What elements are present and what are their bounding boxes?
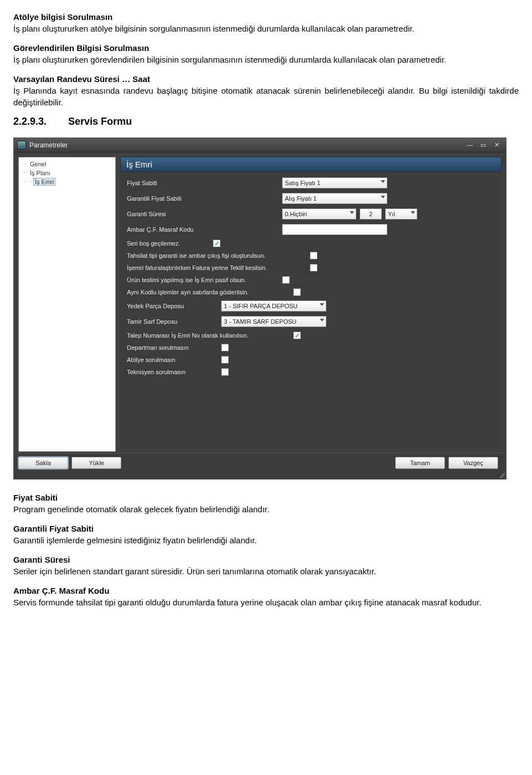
parametreler-window: Parametreler — ▭ ✕ ⋯Genel ⋯İş Planı ⋮⋯İş… [13, 137, 507, 480]
label-teknisyen: Teknisyen sorulmasın [127, 369, 221, 375]
title-masraf-kodu: Ambar Ç.F. Masraf Kodu [13, 586, 109, 595]
input-masraf-kodu[interactable] [282, 224, 387, 235]
chevron-down-icon [350, 211, 354, 214]
label-fiyat-sabiti: Fiyat Sabiti [127, 180, 282, 186]
window-title: Parametreler [29, 141, 68, 149]
section-garanti-suresi: Garanti Süresi Seriler için belirlenen s… [13, 554, 519, 577]
combo-garanti-num[interactable]: 2 [360, 208, 382, 220]
title-atolye: Atölye bilgisi Sorulmasın [13, 12, 112, 22]
label-masraf: Ambar Ç.F. Masraf Kodu [127, 226, 282, 233]
label-seri: Seri boş geçilemez. [127, 240, 213, 247]
checkbox-teslim[interactable] [282, 276, 290, 284]
label-departman: Departman sorulmasın [127, 344, 221, 351]
window-footer: Sakla Yükle Tamam Vazgeç [14, 453, 506, 473]
label-ayni: Aynı Kodlu işlemler ayrı satırlarda göst… [127, 289, 293, 295]
title-fiyat-sabiti: Fiyat Sabiti [13, 493, 58, 502]
ok-button[interactable]: Tamam [395, 457, 445, 469]
heading-number: 2.2.9.3. [13, 116, 47, 128]
window-icon [17, 141, 26, 150]
label-tamir: Tamir Sarf Deposu [127, 318, 221, 325]
section-atolye: Atölye bilgisi Sorulmasın İş planı oluşt… [13, 11, 519, 34]
section-masraf-kodu: Ambar Ç.F. Masraf Kodu Servis formunde t… [13, 585, 519, 608]
chevron-down-icon [411, 211, 415, 214]
panel-title: İş Emri [120, 157, 502, 172]
close-icon[interactable]: ✕ [490, 141, 503, 150]
tree-node-isplani[interactable]: ⋯İş Planı [20, 169, 114, 177]
combo-garantili-fiyat[interactable]: Alış Fiyatı 1 [282, 193, 387, 204]
checkbox-seri[interactable] [213, 239, 221, 247]
label-atolye-form: Atölye sorulmasın [127, 356, 221, 363]
label-yedek: Yedek Parça Deposu [127, 303, 221, 309]
tree-node-genel[interactable]: ⋯Genel [20, 160, 114, 169]
combo-tamir-depo[interactable]: 3 - TAMIR SARF DEPOSU [221, 316, 326, 327]
text-masraf-kodu: Servis formunde tahsilat tipi garanti ol… [13, 598, 482, 607]
load-button[interactable]: Yükle [71, 457, 121, 469]
maximize-icon[interactable]: ▭ [477, 141, 489, 150]
title-garanti-suresi: Garanti Süresi [13, 555, 70, 564]
text-gorevlendirilen: İş planı oluştururken görevlendirilen bi… [13, 55, 446, 64]
label-garantili-fiyat: Garantili Fiyat Sabiti [127, 195, 282, 202]
text-garantili-fiyat: Garantili işlemlerde gelmesini istediğin… [13, 536, 257, 545]
heading-title: Servis Formu [68, 116, 132, 127]
label-tahsilat: Tahsilat tipi garanti ise ambar çıkış fi… [127, 252, 310, 259]
chevron-down-icon [381, 180, 385, 183]
checkbox-talep[interactable] [293, 332, 301, 339]
save-button[interactable]: Sakla [18, 457, 68, 469]
text-randevu: İş Planında kayıt esnasında randevu başl… [13, 86, 519, 107]
combo-yedek-depo[interactable]: 1 - SIFIR PARÇA DEPOSU [221, 300, 326, 312]
tree-node-isemri[interactable]: ⋮⋯İş Emri [20, 177, 114, 186]
title-gorevlendirilen: Görevlendirilen Bilgisi Sorulmasın [13, 43, 149, 53]
combo-fiyat-sabiti[interactable]: Satış Fiyatı 1 [282, 177, 387, 188]
checkbox-departman[interactable] [221, 344, 229, 351]
chevron-down-icon [381, 196, 385, 198]
checkbox-ayni[interactable] [293, 288, 301, 296]
nav-tree[interactable]: ⋯Genel ⋯İş Planı ⋮⋯İş Emri [18, 157, 116, 452]
resize-grip-icon[interactable] [14, 473, 506, 479]
content-panel: İş Emri Fiyat Sabiti Satış Fiyatı 1 Gara… [120, 157, 502, 452]
section-garantili-fiyat: Garantili Fiyat Sabiti Garantili işlemle… [13, 523, 519, 546]
label-talep: Talep Numarası İş Emri No olarak kullanı… [127, 332, 293, 339]
cancel-button[interactable]: Vazgeç [448, 457, 498, 469]
minimize-icon[interactable]: — [464, 141, 476, 150]
section-gorevlendirilen: Görevlendirilen Bilgisi Sorulmasın İş pl… [13, 42, 519, 65]
label-teslim: Ürün teslimi yapılmış ise İş Emri pasif … [127, 277, 282, 283]
text-atolye: İş planı oluştururken atölye bilgisinin … [13, 24, 415, 33]
title-garantili-fiyat: Garantili Fiyat Sabiti [13, 524, 94, 533]
label-garanti: Garanti Süresi [127, 211, 282, 217]
window-titlebar: Parametreler — ▭ ✕ [14, 138, 506, 152]
title-randevu: Varsayılan Randevu Süresi … Saat [13, 74, 150, 84]
checkbox-fatura[interactable] [310, 264, 318, 272]
chevron-down-icon [320, 319, 324, 322]
checkbox-tahsilat[interactable] [310, 252, 318, 259]
chevron-down-icon [320, 303, 324, 306]
checkbox-teknisyen[interactable] [221, 368, 229, 376]
label-fatura: İşemri faturalaştırılırken Fatura yerine… [127, 264, 310, 271]
section-randevu: Varsayılan Randevu Süresi … Saat İş Plan… [13, 73, 519, 108]
combo-garanti-unit[interactable]: Yıl [385, 208, 417, 220]
text-fiyat-sabiti: Program genelinde otomatik olarak gelece… [13, 504, 269, 514]
combo-garanti-tur[interactable]: 0.Hiçbiri [282, 208, 356, 220]
text-garanti-suresi: Seriler için belirlenen standart garant … [13, 567, 376, 576]
section-fiyat-sabiti: Fiyat Sabiti Program genelinde otomatik … [13, 492, 519, 515]
checkbox-atolye[interactable] [221, 356, 229, 364]
heading-servis: 2.2.9.3. Servis Formu [13, 116, 519, 128]
